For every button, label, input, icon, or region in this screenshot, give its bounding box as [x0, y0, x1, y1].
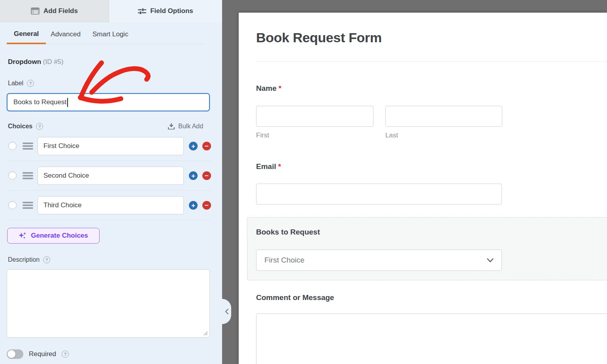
bulk-add-import-icon — [168, 123, 175, 129]
description-title: Description — [8, 256, 40, 263]
form-preview-canvas: Book Request Form Name* First Last Email… — [239, 13, 607, 364]
label-help-icon[interactable]: ? — [27, 80, 34, 87]
form-list-icon — [31, 8, 40, 15]
panel-tabbar: Add Fields Field Options — [0, 0, 222, 22]
email-label-text: Email — [256, 162, 276, 171]
subtab-advanced[interactable]: Advanced — [51, 28, 81, 44]
required-toggle[interactable] — [7, 349, 23, 359]
choice-1-drag-handle-icon[interactable] — [23, 143, 33, 150]
sliders-icon — [138, 8, 146, 15]
field-id: (ID #5) — [43, 58, 64, 66]
form-builder-screen: Add Fields Field Options General Advance… — [0, 0, 607, 364]
choice-1-default-radio[interactable] — [8, 142, 17, 150]
choice-3-input[interactable] — [38, 196, 184, 214]
required-label: Required — [29, 350, 56, 358]
choice-separator — [7, 190, 211, 191]
required-asterisk: * — [279, 84, 281, 92]
tab-add-fields-label: Add Fields — [43, 7, 78, 15]
name-last-input[interactable] — [385, 106, 502, 127]
choice-3-add-button[interactable]: + — [189, 201, 198, 210]
choice-1-input[interactable] — [38, 137, 184, 155]
name-last-sublabel: Last — [385, 131, 398, 139]
choice-separator — [7, 161, 211, 161]
name-field-label: Name* — [256, 84, 281, 93]
choice-2-drag-handle-icon[interactable] — [23, 172, 33, 179]
required-help-icon[interactable]: ? — [62, 351, 69, 358]
field-heading: Dropdown (ID #5) — [8, 58, 64, 66]
choice-2-add-button[interactable]: + — [189, 171, 198, 180]
generate-choices-button[interactable]: Generate Choices — [7, 228, 100, 244]
field-type: Dropdown — [8, 58, 41, 66]
subtab-smart-logic[interactable]: Smart Logic — [92, 28, 128, 44]
generate-choices-label: Generate Choices — [31, 232, 88, 240]
chevron-left-icon — [225, 309, 229, 314]
tab-field-options-label: Field Options — [150, 7, 193, 15]
toggle-knob — [8, 350, 15, 358]
label-option-row: Label ? — [8, 80, 34, 87]
choice-row-2: + − — [0, 166, 222, 185]
field-label-input[interactable]: Books to Request — [7, 93, 210, 111]
subtab-general[interactable]: General — [7, 28, 46, 44]
comment-field-label: Comment or Message — [256, 293, 334, 302]
field-options-panel: Add Fields Field Options General Advance… — [0, 0, 222, 364]
name-first-sublabel: First — [256, 131, 269, 139]
choice-3-default-radio[interactable] — [8, 201, 17, 209]
text-caret — [67, 98, 68, 107]
name-label-text: Name — [256, 84, 277, 92]
required-asterisk: * — [278, 162, 281, 171]
required-option-row: Required ? — [7, 349, 69, 359]
email-input[interactable] — [256, 184, 502, 205]
description-textarea[interactable] — [7, 269, 210, 338]
name-first-input[interactable] — [256, 106, 373, 127]
label-option-title: Label — [8, 80, 23, 87]
choices-help-icon[interactable]: ? — [36, 123, 43, 130]
choice-3-remove-button[interactable]: − — [202, 201, 211, 210]
choice-1-remove-button[interactable]: − — [202, 142, 211, 150]
choice-2-remove-button[interactable]: − — [202, 171, 211, 180]
field-label-value: Books to Request — [13, 98, 66, 106]
option-subtabs: General Advanced Smart Logic — [7, 28, 203, 44]
choices-title: Choices — [8, 123, 32, 130]
choice-row-3: + − — [0, 196, 222, 215]
dropdown-selected-option: First Choice — [264, 256, 487, 265]
email-field-label: Email* — [256, 162, 281, 171]
comment-textarea[interactable] — [256, 313, 607, 364]
dropdown-preview-select[interactable]: First Choice — [256, 250, 502, 271]
choice-2-default-radio[interactable] — [8, 171, 17, 180]
bulk-add-label: Bulk Add — [178, 123, 203, 130]
choice-3-drag-handle-icon[interactable] — [23, 202, 33, 209]
title-divider — [256, 61, 607, 62]
tab-field-options[interactable]: Field Options — [109, 0, 222, 22]
ai-sparkles-icon — [19, 232, 27, 240]
form-title: Book Request Form — [256, 30, 382, 45]
bulk-add-button[interactable]: Bulk Add — [168, 123, 203, 130]
choices-option-row: Choices ? — [8, 123, 43, 130]
chevron-down-icon — [487, 258, 494, 263]
description-help-icon[interactable]: ? — [43, 256, 50, 263]
choice-separator — [7, 220, 211, 220]
dropdown-field-label: Books to Request — [256, 228, 320, 236]
choice-1-add-button[interactable]: + — [189, 142, 198, 150]
choice-row-1: + − — [0, 137, 222, 156]
tab-add-fields[interactable]: Add Fields — [0, 0, 109, 22]
description-option-row: Description ? — [8, 256, 50, 263]
selected-dropdown-field-container[interactable] — [247, 217, 607, 280]
choice-2-input[interactable] — [38, 167, 184, 185]
